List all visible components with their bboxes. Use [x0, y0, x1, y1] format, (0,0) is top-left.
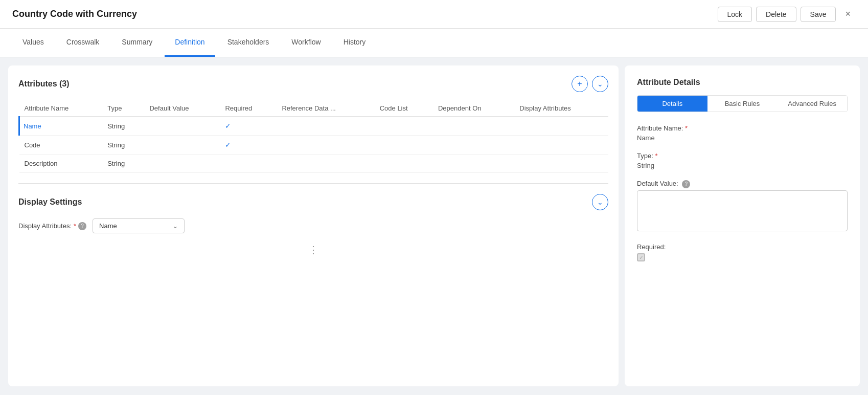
attr-display-cell [514, 117, 608, 136]
col-default-value: Default Value [144, 100, 220, 117]
right-panel: Attribute Details Details Basic Rules Ad… [625, 65, 860, 386]
chevron-down-icon: ⌄ [173, 223, 178, 230]
attributes-title: Attributes (3) [18, 79, 70, 89]
tab-values[interactable]: Values [12, 29, 54, 57]
tab-definition[interactable]: Definition [165, 29, 215, 57]
attr-required-cell: ✓ [220, 117, 277, 136]
detail-tabs: Details Basic Rules Advanced Rules [637, 95, 848, 112]
detail-tab-advanced-rules[interactable]: Advanced Rules [777, 96, 847, 112]
detail-tab-basic-rules[interactable]: Basic Rules [707, 96, 778, 112]
attr-display-cell [514, 155, 608, 173]
more-options-icon[interactable]: ⋮ [18, 244, 608, 256]
collapse-attributes-button[interactable]: ⌄ [592, 76, 608, 92]
detail-tab-details[interactable]: Details [637, 96, 707, 112]
tab-workflow[interactable]: Workflow [281, 29, 331, 57]
attr-required-cell: ✓ [220, 136, 277, 155]
display-attrs-row: Display Attributes: * ? Name ⌄ [18, 218, 608, 233]
help-icon[interactable]: ? [682, 180, 690, 188]
attr-name-cell: Code [19, 136, 103, 155]
display-settings-title: Display Settings [18, 198, 82, 207]
attr-ref-cell [277, 155, 374, 173]
attr-dependent-cell [433, 155, 514, 173]
default-value-textarea[interactable] [637, 190, 848, 231]
display-attrs-dropdown[interactable]: Name ⌄ [93, 218, 185, 233]
attr-default-cell [144, 117, 220, 136]
col-code-list: Code List [375, 100, 433, 117]
table-row[interactable]: Description String [19, 155, 609, 173]
type-value: String [637, 162, 848, 169]
attr-code-list-cell [375, 136, 433, 155]
lock-button[interactable]: Lock [718, 7, 752, 22]
tab-history[interactable]: History [333, 29, 376, 57]
attr-type-cell: String [102, 155, 144, 173]
check-mark: ✓ [639, 254, 644, 261]
help-icon[interactable]: ? [78, 222, 86, 230]
table-row[interactable]: Name String ✓ [19, 117, 609, 136]
attr-ref-cell [277, 136, 374, 155]
top-bar: Country Code with Currency Lock Delete S… [0, 0, 868, 29]
col-reference-data: Reference Data ... [277, 100, 374, 117]
col-required: Required [220, 100, 277, 117]
attributes-actions: + ⌄ [572, 76, 608, 92]
display-settings-section: Display Settings ⌄ Display Attributes: *… [18, 194, 608, 256]
tabs-bar: Values Crosswalk Summary Definition Stak… [0, 29, 868, 57]
required-star: * [685, 124, 688, 132]
default-value-label: Default Value: ? [637, 180, 848, 188]
attributes-section-header: Attributes (3) + ⌄ [18, 76, 608, 92]
add-attribute-button[interactable]: + [572, 76, 588, 92]
top-actions: Lock Delete Save × [718, 7, 856, 22]
required-check-icon: ✓ [225, 122, 231, 130]
attr-code-list-cell [375, 117, 433, 136]
col-type: Type [102, 100, 144, 117]
type-label: Type: * [637, 152, 848, 160]
required-label: Required: [637, 243, 848, 251]
tab-crosswalk[interactable]: Crosswalk [56, 29, 110, 57]
attr-default-cell [144, 136, 220, 155]
attr-ref-cell [277, 117, 374, 136]
attr-type-cell: String [102, 136, 144, 155]
collapse-display-settings-button[interactable]: ⌄ [592, 194, 608, 210]
attr-name-value: Name [637, 134, 848, 142]
attr-name-field: Attribute Name: * Name [637, 124, 848, 142]
attr-default-cell [144, 155, 220, 173]
required-star: * [655, 152, 657, 160]
required-checkbox[interactable]: ✓ [637, 253, 645, 261]
save-button[interactable]: Save [801, 7, 836, 22]
attr-name-cell: Description [19, 155, 103, 173]
tab-stakeholders[interactable]: Stakeholders [217, 29, 280, 57]
main-layout: Attributes (3) + ⌄ Attribute Name Type D… [0, 57, 868, 394]
display-settings-header: Display Settings ⌄ [18, 194, 608, 210]
col-dependent-on: Dependent On [433, 100, 514, 117]
attr-name-label: Attribute Name: * [637, 124, 848, 132]
attr-code-list-cell [375, 155, 433, 173]
attributes-table: Attribute Name Type Default Value Requir… [18, 100, 608, 173]
col-display-attributes: Display Attributes [514, 100, 608, 117]
display-attrs-label: Display Attributes: * ? [18, 222, 86, 230]
default-value-field: Default Value: ? [637, 180, 848, 233]
attr-details-title: Attribute Details [637, 78, 848, 87]
delete-button[interactable]: Delete [756, 7, 796, 22]
page-title: Country Code with Currency [12, 9, 137, 19]
attr-display-cell [514, 136, 608, 155]
close-button[interactable]: × [840, 7, 856, 22]
left-panel: Attributes (3) + ⌄ Attribute Name Type D… [8, 65, 619, 386]
dropdown-value: Name [99, 222, 117, 230]
attr-type-cell: String [102, 117, 144, 136]
required-check-icon: ✓ [225, 141, 231, 149]
attr-name-cell: Name [19, 117, 103, 136]
attr-dependent-cell [433, 117, 514, 136]
attr-dependent-cell [433, 136, 514, 155]
tab-summary[interactable]: Summary [111, 29, 163, 57]
attr-required-cell [220, 155, 277, 173]
col-attribute-name: Attribute Name [19, 100, 103, 117]
required-star: * [74, 222, 76, 230]
table-row[interactable]: Code String ✓ [19, 136, 609, 155]
type-field: Type: * String [637, 152, 848, 169]
required-field: Required: ✓ [637, 243, 848, 262]
